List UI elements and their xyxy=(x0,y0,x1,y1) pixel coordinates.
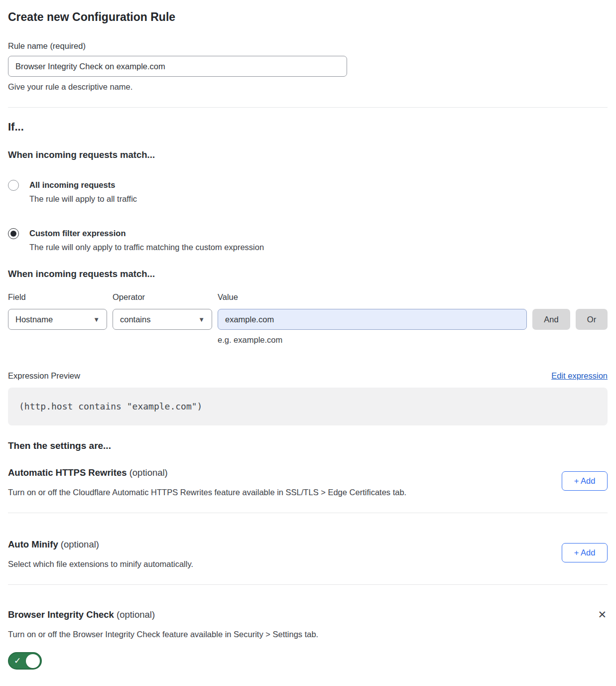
expression-preview-header: Expression Preview Edit expression xyxy=(8,370,608,381)
setting-optional-tag: (optional) xyxy=(129,467,168,478)
setting-title-text: Auto Minify xyxy=(8,539,58,549)
operator-label: Operator xyxy=(113,292,212,302)
setting-description: Turn on or off the Browser Integrity Che… xyxy=(8,629,608,640)
value-label: Value xyxy=(218,292,527,302)
value-input[interactable] xyxy=(218,309,527,330)
edit-expression-link[interactable]: Edit expression xyxy=(551,370,608,381)
radio-all-incoming-requests-description: The rule will apply to all traffic xyxy=(29,193,137,205)
expression-preview-label: Expression Preview xyxy=(8,370,80,381)
field-select[interactable]: Hostname ▼ xyxy=(8,309,107,330)
check-icon: ✓ xyxy=(14,657,21,665)
then-settings-heading: Then the settings are... xyxy=(8,439,608,452)
radio-all-incoming-requests[interactable] xyxy=(8,180,19,191)
setting-browser-integrity-check: Browser Integrity Check (optional) ✕ Tur… xyxy=(8,609,608,672)
setting-title: Automatic HTTPS Rewrites (optional) xyxy=(8,467,406,479)
field-column: Field Hostname ▼ xyxy=(8,292,107,330)
setting-description: Select which file extensions to minify a… xyxy=(8,558,193,569)
section-divider xyxy=(8,107,608,108)
field-select-value: Hostname xyxy=(15,315,53,324)
match-heading: When incoming requests match... xyxy=(8,149,608,161)
browser-integrity-check-toggle[interactable]: ✓ xyxy=(8,652,42,670)
rule-name-helper: Give your rule a descriptive name. xyxy=(8,81,608,92)
setting-title: Browser Integrity Check (optional) xyxy=(8,609,155,621)
section-divider xyxy=(8,584,608,585)
setting-auto-minify: Auto Minify (optional) Select which file… xyxy=(8,539,608,569)
radio-custom-filter-expression-description: The rule will only apply to traffic matc… xyxy=(29,242,264,253)
setting-optional-tag: (optional) xyxy=(117,609,155,620)
setting-title-text: Browser Integrity Check xyxy=(8,609,114,620)
value-column: Value e.g. example.com xyxy=(218,292,527,345)
rule-name-group: Rule name (required) Give your rule a de… xyxy=(8,41,608,92)
create-configuration-rule-page: Create new Configuration Rule Rule name … xyxy=(0,0,616,682)
operator-select[interactable]: contains ▼ xyxy=(113,309,212,330)
filter-match-heading: When incoming requests match... xyxy=(8,268,608,280)
section-divider xyxy=(8,513,608,513)
or-button[interactable]: Or xyxy=(576,309,608,330)
operator-column: Operator contains ▼ xyxy=(113,292,212,330)
radio-row-custom-filter-expression: Custom filter expression The rule will o… xyxy=(8,228,608,253)
chevron-down-icon: ▼ xyxy=(93,316,100,323)
rule-name-label: Rule name (required) xyxy=(8,41,86,50)
and-button[interactable]: And xyxy=(532,309,570,330)
radio-row-all-incoming-requests: All incoming requests The rule will appl… xyxy=(8,179,608,205)
value-helper: e.g. example.com xyxy=(218,334,527,345)
setting-title: Auto Minify (optional) xyxy=(8,539,193,550)
page-title: Create new Configuration Rule xyxy=(8,9,608,24)
filter-expression-row: Field Hostname ▼ Operator contains ▼ Val… xyxy=(8,292,608,345)
radio-custom-filter-expression-label[interactable]: Custom filter expression xyxy=(29,228,264,239)
radio-all-incoming-requests-label[interactable]: All incoming requests xyxy=(29,179,137,190)
close-icon[interactable]: ✕ xyxy=(597,609,608,621)
add-auto-minify-button[interactable]: + Add xyxy=(562,543,608,562)
setting-automatic-https-rewrites: Automatic HTTPS Rewrites (optional) Turn… xyxy=(8,467,608,498)
operator-select-value: contains xyxy=(120,315,150,324)
toggle-knob xyxy=(26,654,40,668)
setting-optional-tag: (optional) xyxy=(61,539,99,549)
radio-custom-filter-expression[interactable] xyxy=(8,228,19,239)
add-automatic-https-rewrites-button[interactable]: + Add xyxy=(562,471,608,491)
expression-preview-code: (http.host contains "example.com") xyxy=(8,388,608,425)
chevron-down-icon: ▼ xyxy=(198,316,205,323)
rule-name-input[interactable] xyxy=(8,56,347,77)
setting-title-text: Automatic HTTPS Rewrites xyxy=(8,467,127,478)
if-heading: If... xyxy=(8,120,608,134)
setting-description: Turn on or off the Cloudflare Automatic … xyxy=(8,487,406,498)
field-label: Field xyxy=(8,292,107,302)
